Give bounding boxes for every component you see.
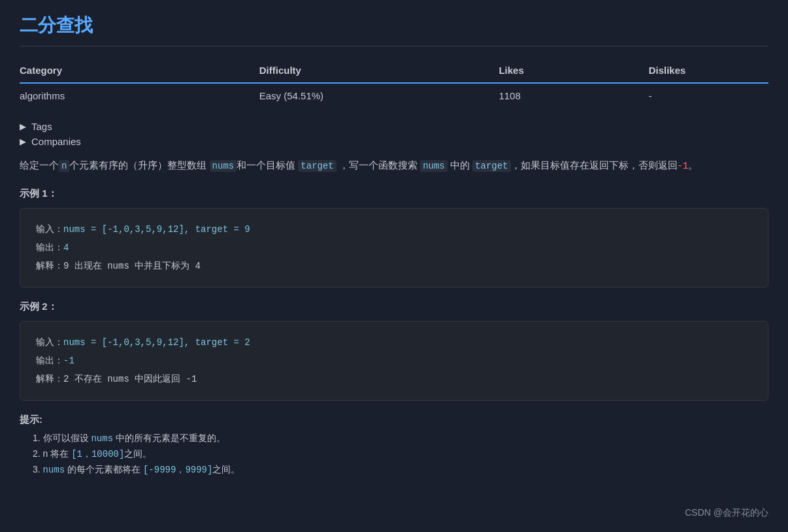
- hint1-text-after: 中的所有元素是不重复的。: [113, 433, 225, 443]
- example1-block: 输入：nums = [-1,0,3,5,9,12], target = 9 输出…: [20, 208, 768, 288]
- page-title: 二分查找: [20, 13, 768, 38]
- desc-text-mid3: ，写一个函数搜索: [339, 159, 418, 171]
- footer-credit: CSDN @会开花的心: [685, 507, 768, 519]
- example2-explain-label: 解释：: [36, 374, 63, 384]
- example1-input-label: 输入：: [36, 224, 63, 235]
- desc-n: n: [59, 160, 69, 172]
- hint2-text-before: n 将在: [43, 448, 72, 459]
- hint3-code: nums: [43, 465, 65, 475]
- example2-input-label: 输入：: [36, 337, 63, 348]
- table-row: algorithms Easy (54.51%) 1108 -: [20, 83, 768, 108]
- col-header-dislikes: Dislikes: [649, 59, 768, 83]
- example2-block: 输入：nums = [-1,0,3,5,9,12], target = 2 输出…: [20, 321, 768, 401]
- hint1-text-before: 你可以假设: [43, 433, 91, 443]
- desc-minus1: -1: [678, 161, 689, 171]
- tags-arrow-icon: ▶: [20, 122, 26, 131]
- companies-arrow-icon: ▶: [20, 137, 26, 146]
- example1-explain-label: 解释：: [36, 261, 63, 271]
- hint2-code: [1，10000]: [71, 449, 124, 459]
- example1-output-val: 4: [63, 242, 69, 253]
- info-table: Category Difficulty Likes Dislikes algor…: [20, 59, 768, 108]
- table-header-row: Category Difficulty Likes Dislikes: [20, 59, 768, 83]
- desc-target2: target: [472, 160, 510, 172]
- hint3-code2: [-9999，9999]: [143, 465, 212, 475]
- example2-input-line: 输入：nums = [-1,0,3,5,9,12], target = 2: [36, 333, 752, 352]
- companies-label: Companies: [31, 136, 81, 147]
- hints-title: 提示:: [20, 414, 768, 426]
- example1-explain-line: 解释：9 出现在 nums 中并且下标为 4: [36, 257, 752, 275]
- divider: [20, 46, 768, 46]
- cell-category: algorithms: [20, 83, 259, 108]
- example1-input-line: 输入：nums = [-1,0,3,5,9,12], target = 9: [36, 220, 752, 239]
- cell-difficulty: Easy (54.51%): [259, 83, 499, 108]
- example2-output-label: 输出：: [36, 356, 63, 366]
- desc-nums2: nums: [420, 160, 448, 172]
- cell-likes: 1108: [499, 83, 648, 108]
- desc-text-end: 。: [688, 159, 698, 171]
- desc-text-mid4: 中的: [450, 159, 470, 171]
- example2-title: 示例 2：: [20, 301, 768, 313]
- companies-row[interactable]: ▶ Companies: [20, 136, 768, 147]
- hint3-text-mid: 的每个元素都将在: [65, 464, 143, 474]
- example2-output-val: -1: [63, 356, 74, 366]
- desc-text-mid1: 个元素有序的（升序）整型数组: [69, 159, 206, 171]
- desc-text-before: 给定一个: [20, 159, 59, 171]
- desc-target: target: [298, 160, 336, 172]
- desc-text-mid2: 和一个目标值: [237, 159, 295, 171]
- tags-row[interactable]: ▶ Tags: [20, 121, 768, 132]
- example1-title: 示例 1：: [20, 188, 768, 200]
- col-header-likes: Likes: [499, 59, 648, 83]
- example2-output-line: 输出：-1: [36, 352, 752, 370]
- cell-dislikes: -: [649, 83, 768, 108]
- hint-item-1: 你可以假设 nums 中的所有元素是不重复的。: [33, 433, 768, 444]
- example1-output-label: 输出：: [36, 242, 63, 253]
- example2-explain-val: 2 不存在 nums 中因此返回 -1: [63, 374, 197, 384]
- example1-explain-val: 9 出现在 nums 中并且下标为 4: [63, 261, 201, 271]
- tags-label: Tags: [31, 121, 52, 132]
- desc-nums: nums: [210, 160, 237, 172]
- hint-item-3: nums 的每个元素都将在 [-9999，9999]之间。: [33, 464, 768, 476]
- col-header-difficulty: Difficulty: [259, 59, 499, 83]
- example1-output-line: 输出：4: [36, 239, 752, 257]
- hint2-text-after: 之间。: [124, 448, 152, 459]
- problem-description: 给定一个n个元素有序的（升序）整型数组 nums和一个目标值 target ，写…: [20, 156, 768, 175]
- hint1-code: nums: [91, 433, 113, 444]
- example2-input-val: nums = [-1,0,3,5,9,12], target = 2: [63, 337, 250, 348]
- hint-item-2: n 将在 [1，10000]之间。: [33, 448, 768, 460]
- col-header-category: Category: [20, 59, 259, 83]
- example2-explain-line: 解释：2 不存在 nums 中因此返回 -1: [36, 370, 752, 388]
- hint3-text-after: 之间。: [212, 464, 240, 474]
- example1-input-val: nums = [-1,0,3,5,9,12], target = 9: [63, 224, 250, 235]
- desc-text-mid5: ，如果目标值存在返回下标，否则返回: [511, 159, 678, 171]
- hints-list: 你可以假设 nums 中的所有元素是不重复的。 n 将在 [1，10000]之间…: [20, 433, 768, 476]
